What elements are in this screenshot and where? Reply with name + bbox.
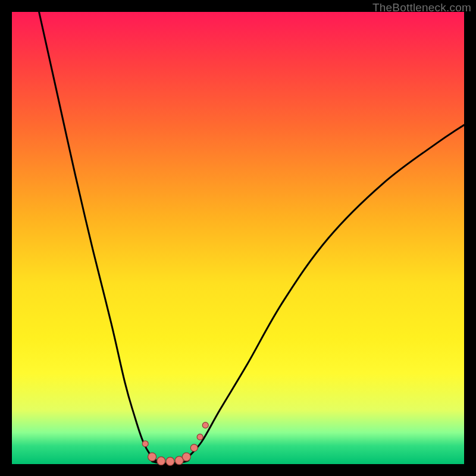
- chart-frame: TheBottleneck.com: [0, 0, 476, 476]
- marker-dot: [142, 441, 148, 447]
- marker-dot: [166, 457, 174, 465]
- marker-dot: [148, 453, 156, 461]
- marker-dot: [157, 457, 165, 465]
- plot-area: [12, 12, 464, 464]
- bottleneck-curve: [39, 12, 464, 464]
- curve-svg: [12, 12, 464, 464]
- marker-dot: [190, 444, 198, 452]
- marker-group: [142, 422, 208, 466]
- bottleneck-curve-path: [39, 12, 464, 464]
- marker-dot: [197, 434, 203, 440]
- marker-dot: [202, 422, 208, 428]
- marker-dot: [182, 453, 190, 461]
